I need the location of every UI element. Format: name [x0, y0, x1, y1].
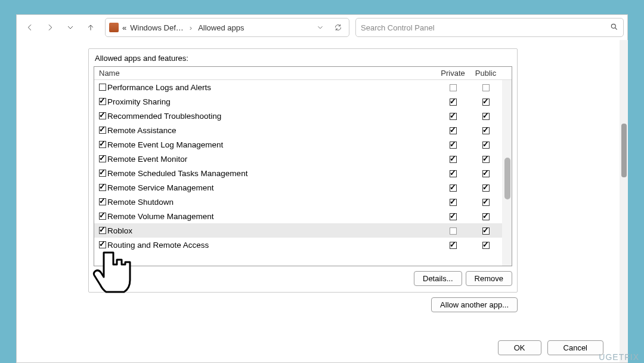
- watermark: UGETFIX: [599, 352, 639, 362]
- app-enable-checkbox[interactable]: [99, 184, 106, 191]
- table-row[interactable]: Remote Service Management: [94, 180, 512, 195]
- private-checkbox[interactable]: [450, 213, 457, 220]
- app-name-label: Remote Service Management: [107, 183, 214, 192]
- private-checkbox[interactable]: [450, 199, 457, 206]
- public-checkbox[interactable]: [482, 242, 490, 249]
- back-button[interactable]: [20, 18, 39, 37]
- ok-button[interactable]: OK: [498, 340, 541, 355]
- table-row[interactable]: Recommended Troubleshooting: [94, 109, 512, 123]
- breadcrumb-1[interactable]: Windows Def…: [130, 23, 184, 32]
- table-row[interactable]: Remote Volume Management: [94, 209, 512, 223]
- private-checkbox[interactable]: [450, 99, 457, 106]
- content-scrollbar[interactable]: [620, 40, 628, 362]
- search-icon: [610, 23, 618, 33]
- app-name-label: Remote Scheduled Tasks Management: [107, 169, 247, 178]
- recent-dropdown[interactable]: [61, 18, 80, 37]
- list-scrollbar[interactable]: [502, 80, 512, 266]
- app-enable-checkbox[interactable]: [99, 227, 106, 234]
- table-row[interactable]: Remote Scheduled Tasks Management: [94, 166, 512, 180]
- allowed-apps-group: Allowed apps and features: Name Private …: [88, 48, 518, 293]
- private-checkbox[interactable]: [450, 141, 457, 149]
- table-row[interactable]: Roblox: [94, 223, 512, 238]
- toolbar: « Windows Def… › Allowed apps Search Con…: [17, 15, 627, 40]
- address-bar[interactable]: « Windows Def… › Allowed apps: [105, 18, 349, 37]
- public-checkbox[interactable]: [482, 170, 490, 177]
- app-enable-checkbox[interactable]: [99, 84, 106, 91]
- breadcrumb-prefix: «: [122, 23, 126, 32]
- search-placeholder: Search Control Panel: [361, 23, 435, 32]
- public-checkbox[interactable]: [482, 127, 490, 134]
- app-enable-checkbox[interactable]: [99, 241, 106, 248]
- app-enable-checkbox[interactable]: [99, 127, 106, 134]
- public-checkbox[interactable]: [482, 227, 490, 235]
- app-name-label: Remote Volume Management: [107, 212, 214, 221]
- app-name-label: Proximity Sharing: [107, 97, 171, 106]
- address-dropdown[interactable]: [313, 23, 327, 32]
- private-checkbox[interactable]: [450, 184, 457, 192]
- app-name-label: Routing and Remote Access: [107, 241, 209, 250]
- table-row[interactable]: Performance Logs and Alerts: [94, 80, 512, 94]
- details-button[interactable]: Details...: [414, 271, 462, 286]
- app-name-label: Remote Assistance: [107, 126, 177, 135]
- breadcrumb-2[interactable]: Allowed apps: [198, 23, 244, 32]
- app-enable-checkbox[interactable]: [99, 141, 106, 148]
- app-enable-checkbox[interactable]: [99, 98, 106, 105]
- private-checkbox[interactable]: [450, 156, 457, 163]
- allow-another-app-button[interactable]: Allow another app...: [431, 297, 518, 312]
- list-header: Name Private Public: [94, 67, 512, 80]
- public-checkbox[interactable]: [482, 213, 490, 220]
- group-title: Allowed apps and features:: [89, 54, 517, 66]
- private-checkbox[interactable]: [450, 242, 457, 249]
- table-row[interactable]: Routing and Remote Access: [94, 238, 512, 252]
- public-checkbox[interactable]: [482, 113, 490, 120]
- forward-button[interactable]: [41, 18, 60, 37]
- public-checkbox[interactable]: [482, 84, 490, 91]
- table-row[interactable]: Proximity Sharing: [94, 94, 512, 109]
- table-row[interactable]: Remote Assistance: [94, 123, 512, 137]
- table-row[interactable]: Remote Event Monitor: [94, 152, 512, 166]
- private-checkbox[interactable]: [450, 127, 457, 134]
- app-name-label: Roblox: [107, 226, 132, 235]
- app-name-label: Recommended Troubleshooting: [107, 112, 221, 121]
- app-name-label: Remote Shutdown: [107, 198, 174, 207]
- table-row[interactable]: Remote Shutdown: [94, 195, 512, 209]
- content-scrollbar-thumb[interactable]: [621, 124, 627, 177]
- app-name-label: Remote Event Log Management: [107, 140, 223, 149]
- svg-line-1: [615, 27, 617, 29]
- public-checkbox[interactable]: [482, 156, 490, 163]
- public-checkbox[interactable]: [482, 141, 490, 149]
- app-enable-checkbox[interactable]: [99, 213, 106, 220]
- app-enable-checkbox[interactable]: [99, 198, 106, 205]
- apps-listbox[interactable]: Name Private Public Performance Logs and…: [94, 66, 512, 266]
- chevron-right-icon: ›: [190, 23, 192, 32]
- firewall-icon: [109, 23, 119, 32]
- svg-point-0: [611, 24, 615, 28]
- public-checkbox[interactable]: [482, 199, 490, 206]
- header-private[interactable]: Private: [436, 69, 469, 78]
- app-name-label: Remote Event Monitor: [107, 155, 187, 164]
- cancel-button[interactable]: Cancel: [547, 340, 603, 355]
- refresh-button[interactable]: [331, 23, 345, 32]
- remove-button[interactable]: Remove: [466, 271, 512, 286]
- header-public[interactable]: Public: [469, 69, 502, 78]
- app-enable-checkbox[interactable]: [99, 112, 106, 119]
- public-checkbox[interactable]: [482, 99, 490, 106]
- header-name[interactable]: Name: [94, 69, 436, 78]
- app-enable-checkbox[interactable]: [99, 170, 106, 177]
- up-button[interactable]: [81, 18, 100, 37]
- private-checkbox[interactable]: [450, 227, 457, 235]
- app-name-label: Performance Logs and Alerts: [107, 83, 211, 92]
- search-input[interactable]: Search Control Panel: [355, 18, 624, 37]
- private-checkbox[interactable]: [450, 170, 457, 177]
- private-checkbox[interactable]: [450, 113, 457, 120]
- window: « Windows Def… › Allowed apps Search Con…: [16, 14, 628, 363]
- app-enable-checkbox[interactable]: [99, 155, 106, 162]
- public-checkbox[interactable]: [482, 184, 490, 192]
- list-scrollbar-thumb[interactable]: [504, 158, 510, 199]
- table-row[interactable]: Remote Event Log Management: [94, 137, 512, 152]
- private-checkbox[interactable]: [450, 84, 457, 91]
- content-area: Allowed apps and features: Name Private …: [17, 40, 627, 362]
